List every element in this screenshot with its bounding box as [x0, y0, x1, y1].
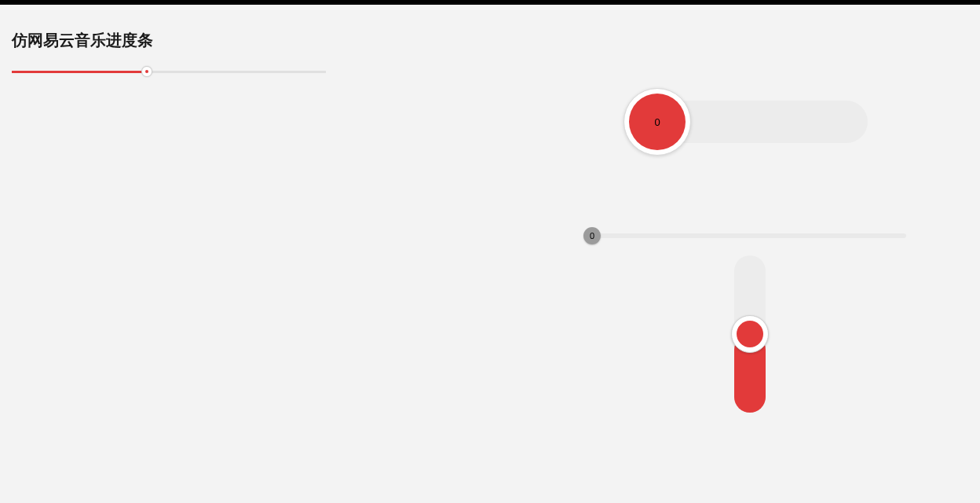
gray-slider-thumb[interactable]: 0 [583, 227, 601, 244]
vertical-slider-thumb[interactable] [731, 315, 769, 353]
gray-slider-value: 0 [590, 231, 594, 240]
large-pill-slider-value: 0 [654, 116, 660, 128]
window-top-border [0, 0, 980, 5]
vertical-slider-thumb-inner [737, 321, 763, 347]
page-title: 仿网易云音乐进度条 [12, 30, 153, 51]
netease-progress-fill [12, 71, 147, 73]
netease-progress-thumb[interactable] [141, 66, 152, 77]
gray-slider-track[interactable] [592, 233, 906, 238]
large-pill-slider-thumb-inner: 0 [629, 94, 686, 150]
large-pill-slider-thumb[interactable]: 0 [623, 88, 691, 156]
